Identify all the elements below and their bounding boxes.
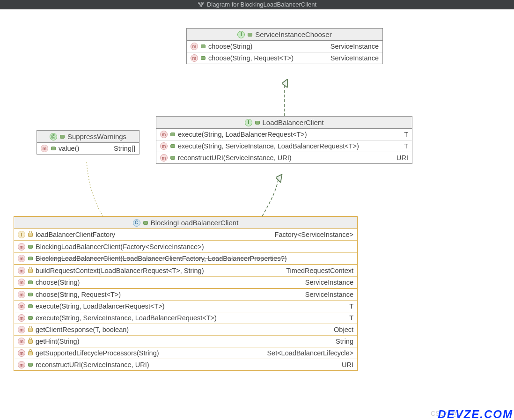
visibility-public-icon bbox=[170, 156, 175, 160]
visibility-public-icon bbox=[170, 133, 175, 136]
m-icon: m bbox=[18, 267, 25, 274]
member-return-type: T bbox=[397, 142, 408, 150]
visibility-public-icon bbox=[60, 135, 65, 139]
visibility-public-icon bbox=[201, 44, 206, 48]
member-return-type: TimedRequestContext bbox=[279, 267, 353, 274]
visibility-public-icon bbox=[248, 33, 252, 37]
class-name: SuppressWarnings bbox=[67, 133, 126, 140]
member-return-type: T bbox=[343, 302, 353, 310]
member-return-type: ServiceInstance bbox=[299, 279, 353, 286]
member-signature: choose(String) bbox=[36, 279, 80, 286]
member-row[interactable]: mchoose(String)ServiceInstance bbox=[14, 277, 357, 288]
visibility-public-icon bbox=[28, 304, 33, 308]
member-signature: loadBalancerClientFactory bbox=[36, 231, 115, 238]
svg-rect-2 bbox=[200, 6, 202, 7]
window-title-bar: Diagram for BlockingLoadBalancerClient bbox=[0, 0, 514, 9]
class-box-suppress-warnings[interactable]: @ SuppressWarnings mvalue()String[] bbox=[37, 130, 140, 155]
member-row[interactable]: mgetClientResponse(T, boolean)Object bbox=[14, 324, 357, 336]
visibility-public-icon bbox=[28, 245, 33, 249]
member-row[interactable]: mexecute(String, ServiceInstance, LoadBa… bbox=[156, 140, 412, 152]
f-icon: f bbox=[18, 231, 25, 238]
visibility-public-icon bbox=[28, 257, 33, 260]
class-header: C BlockingLoadBalancerClient bbox=[14, 217, 357, 229]
member-row[interactable]: mchoose(String)ServiceInstance bbox=[187, 41, 382, 52]
visibility-public-icon bbox=[51, 147, 56, 150]
class-icon: C bbox=[133, 219, 140, 227]
m-icon: m bbox=[18, 243, 25, 251]
visibility-public-icon bbox=[28, 293, 33, 296]
member-row[interactable]: mexecute(String, LoadBalancerRequest<T>)… bbox=[156, 129, 412, 140]
visibility-private-icon bbox=[28, 269, 33, 273]
member-signature: choose(String, Request<T>) bbox=[208, 54, 294, 62]
member-row[interactable]: mexecute(String, LoadBalancerRequest<T>)… bbox=[14, 301, 357, 312]
m-icon: m bbox=[18, 302, 25, 310]
member-signature: BlockingLoadBalancerClient(LoadBalancerC… bbox=[36, 255, 287, 262]
member-return-type: T bbox=[397, 131, 408, 138]
member-signature: choose(String, Request<T>) bbox=[36, 291, 121, 298]
member-signature: execute(String, LoadBalancerRequest<T>) bbox=[178, 131, 307, 138]
interface-icon: I bbox=[237, 31, 245, 38]
member-signature: getHint(String) bbox=[36, 338, 79, 345]
member-return-type: ServiceInstance bbox=[324, 54, 379, 62]
class-header: I LoadBalancerClient bbox=[156, 117, 412, 129]
class-box-blocking-load-balancer-client[interactable]: C BlockingLoadBalancerClient floadBalanc… bbox=[14, 216, 358, 371]
visibility-private-icon bbox=[28, 328, 33, 332]
window-title: Diagram for BlockingLoadBalancerClient bbox=[207, 0, 316, 9]
visibility-private-icon bbox=[28, 233, 33, 237]
m-icon: m bbox=[18, 279, 25, 286]
member-return-type: T bbox=[343, 314, 353, 322]
m-icon: m bbox=[18, 349, 25, 357]
member-signature: buildRequestContext(LoadBalancerRequest<… bbox=[36, 267, 204, 274]
annotation-icon: @ bbox=[50, 133, 57, 140]
member-signature: choose(String) bbox=[208, 43, 252, 50]
member-row[interactable]: mgetSupportedLifecycleProcessors(String)… bbox=[14, 347, 357, 359]
member-signature: execute(String, ServiceInstance, LoadBal… bbox=[178, 142, 359, 150]
class-box-load-balancer-client[interactable]: I LoadBalancerClient mexecute(String, Lo… bbox=[156, 116, 412, 164]
visibility-private-icon bbox=[28, 339, 33, 344]
member-row[interactable]: mvalue()String[] bbox=[37, 143, 139, 154]
member-row[interactable]: mreconstructURI(ServiceInstance, URI)URI bbox=[14, 359, 357, 370]
member-row[interactable]: mBlockingLoadBalancerClient(Factory<Serv… bbox=[14, 241, 357, 253]
member-signature: reconstructURI(ServiceInstance, URI) bbox=[36, 361, 149, 368]
member-return-type: Factory<ServiceInstance> bbox=[268, 231, 353, 238]
member-row[interactable]: mchoose(String, Request<T>)ServiceInstan… bbox=[187, 52, 382, 64]
member-row[interactable]: mBlockingLoadBalancerClient(LoadBalancer… bbox=[14, 253, 357, 265]
member-signature: getSupportedLifecycleProcessors(String) bbox=[36, 349, 159, 357]
m-icon: m bbox=[18, 255, 25, 262]
member-signature: reconstructURI(ServiceInstance, URI) bbox=[178, 154, 292, 162]
member-row[interactable]: mchoose(String, Request<T>)ServiceInstan… bbox=[14, 288, 357, 301]
m-icon: m bbox=[160, 154, 168, 162]
m-icon: m bbox=[160, 131, 168, 138]
member-return-type: URI bbox=[390, 154, 408, 162]
member-signature: execute(String, LoadBalancerRequest<T>) bbox=[36, 302, 165, 310]
interface-icon: I bbox=[245, 119, 252, 126]
visibility-public-icon bbox=[201, 56, 206, 60]
class-name: LoadBalancerClient bbox=[263, 118, 324, 126]
visibility-public-icon bbox=[28, 280, 33, 284]
visibility-private-icon bbox=[28, 351, 33, 355]
member-return-type: URI bbox=[335, 361, 353, 368]
member-return-type: String bbox=[329, 338, 353, 345]
m-icon: m bbox=[191, 54, 198, 62]
m-icon: m bbox=[18, 314, 25, 322]
class-header: I ServiceInstanceChooser bbox=[187, 29, 382, 41]
member-row[interactable]: mbuildRequestContext(LoadBalancerRequest… bbox=[14, 265, 357, 277]
visibility-public-icon bbox=[28, 316, 33, 320]
m-icon: m bbox=[18, 326, 25, 333]
class-box-service-instance-chooser[interactable]: I ServiceInstanceChooser mchoose(String)… bbox=[186, 28, 383, 64]
member-return-type: Object bbox=[327, 326, 353, 333]
diagram-title-icon bbox=[198, 1, 204, 8]
member-row[interactable]: mexecute(String, ServiceInstance, LoadBa… bbox=[14, 312, 357, 324]
visibility-public-icon bbox=[170, 144, 175, 148]
visibility-public-icon bbox=[255, 121, 260, 125]
m-icon: m bbox=[160, 142, 168, 150]
member-row[interactable]: mreconstructURI(ServiceInstance, URI)URI bbox=[156, 152, 412, 163]
diagram-canvas[interactable]: I ServiceInstanceChooser mchoose(String)… bbox=[0, 9, 514, 420]
member-row[interactable]: mgetHint(String)String bbox=[14, 336, 357, 347]
class-name: ServiceInstanceChooser bbox=[255, 30, 331, 38]
member-row[interactable]: floadBalancerClientFactoryFactory<Servic… bbox=[14, 229, 357, 241]
member-return-type: ServiceInstance bbox=[299, 291, 353, 298]
member-return-type: String[] bbox=[107, 145, 135, 152]
visibility-public-icon bbox=[28, 363, 33, 367]
m-icon: m bbox=[18, 291, 25, 298]
